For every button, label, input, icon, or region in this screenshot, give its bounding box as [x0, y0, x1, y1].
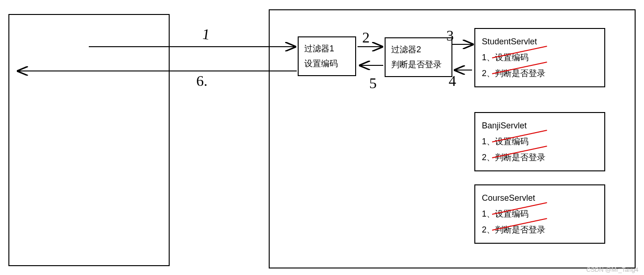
- filter1-line: 设置编码: [304, 56, 350, 71]
- filter1-title: 过滤器1: [304, 41, 350, 56]
- student-servlet-box: StudentServlet 1、设置编码 2、判断是否登录: [474, 28, 605, 87]
- step-number-4: 4: [449, 72, 456, 90]
- client-box: [8, 14, 170, 266]
- filter1-box: 过滤器1 设置编码: [298, 36, 356, 76]
- servlet-item: 2、判断是否登录: [482, 65, 598, 81]
- servlet-item: 2、判断是否登录: [482, 149, 598, 165]
- filter2-title: 过滤器2: [391, 42, 446, 57]
- banji-servlet-box: BanjiServlet 1、设置编码 2、判断是否登录: [474, 112, 605, 171]
- step-number-6: 6.: [196, 72, 208, 90]
- course-servlet-box: CourseServlet 1、设置编码 2、判断是否登录: [474, 184, 605, 244]
- servlet-item: 2、判断是否登录: [482, 222, 598, 238]
- filter2-box: 过滤器2 判断是否登录: [385, 37, 452, 77]
- step-number-3: 3: [446, 27, 454, 44]
- step-number-1: 1: [201, 25, 211, 43]
- step-number-5: 5: [369, 75, 377, 92]
- filter2-line: 判断是否登录: [391, 57, 446, 72]
- step-number-2: 2: [362, 29, 370, 46]
- watermark: CSDN @Mr_Tang4: [587, 266, 638, 273]
